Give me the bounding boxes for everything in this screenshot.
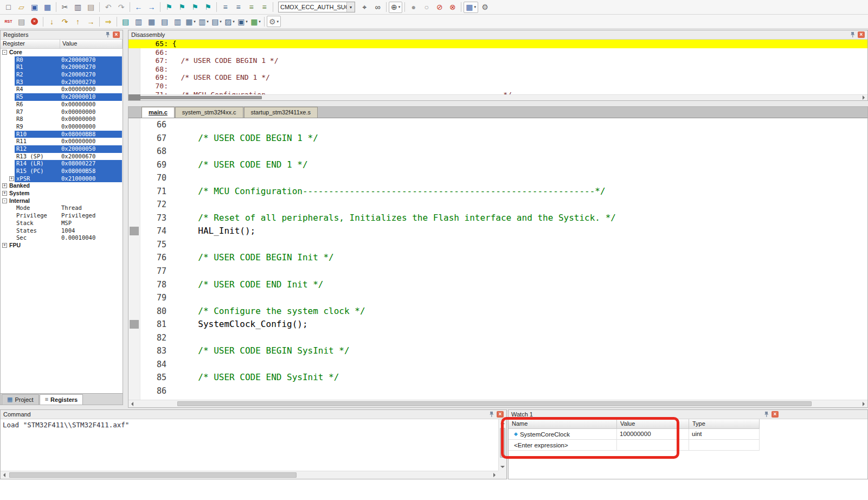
copy-button[interactable]: ▥: [72, 2, 84, 13]
chevron-down-icon[interactable]: ▾: [194, 20, 196, 24]
editor-line-75[interactable]: 75: [128, 238, 867, 252]
register-row-R10[interactable]: R100x08000BB8: [1, 131, 123, 138]
tab-startup_stm32f411xe-s[interactable]: startup_stm32f411xe.s: [244, 107, 318, 118]
watch-value-cell[interactable]: [617, 440, 689, 450]
editor-line-74[interactable]: 74 HAL_Init();: [128, 225, 867, 238]
register-row-xPSR[interactable]: +xPSR0x21000000: [1, 175, 123, 183]
close-icon[interactable]: ×: [113, 31, 120, 38]
zoom-button[interactable]: ⊕▾: [389, 2, 402, 13]
command-output[interactable]: Load "STM32F411\\STM32F411.axf": [1, 419, 498, 471]
registers-window-button[interactable]: ▤: [158, 16, 171, 27]
watch-value-cell[interactable]: 100000000: [617, 429, 689, 439]
scroll-right-arrow-icon[interactable]: [860, 95, 867, 100]
step-out-button[interactable]: ↑: [72, 16, 84, 27]
editor-line-69[interactable]: 69 /* USER CODE END 1 */: [128, 158, 867, 172]
tree-expander-icon[interactable]: +: [2, 191, 7, 196]
register-row-R12[interactable]: R120x20000050: [1, 145, 123, 153]
register-row-Privilege[interactable]: PrivilegePrivileged: [1, 212, 123, 220]
editor-line-67[interactable]: 67 /* USER CODE BEGIN 1 */: [128, 132, 867, 145]
editor-line-76[interactable]: 76 /* USER CODE BEGIN Init */: [128, 251, 867, 265]
disable-all-breakpoints-button[interactable]: ⊘: [433, 2, 446, 13]
disassembly-line[interactable]: 71: /* MCU Configuration----------------…: [128, 91, 867, 94]
editor-line-82[interactable]: 82: [128, 331, 867, 345]
bottom-tab-project[interactable]: ▦Project: [2, 394, 39, 405]
editor-body[interactable]: 6667 /* USER CODE BEGIN 1 */6869 /* USER…: [128, 118, 867, 400]
bottom-tab-registers[interactable]: ≡Registers: [40, 394, 83, 405]
watch-name-cell[interactable]: <Enter expression>: [509, 440, 617, 450]
disassembly-line[interactable]: 68:: [128, 65, 867, 74]
register-row-R6[interactable]: R60x00000000: [1, 101, 123, 108]
chevron-down-icon[interactable]: ▾: [259, 20, 261, 24]
find-text-combobox[interactable]: CMOX_ECC_AUTH_SUCCE▾: [278, 2, 355, 12]
register-row-R14-LR-[interactable]: R14 (LR)0x08000227: [1, 160, 123, 168]
register-row-R15-PC-[interactable]: R15 (PC)0x08000B58: [1, 168, 123, 175]
pin-icon[interactable]: [763, 411, 770, 418]
pin-icon[interactable]: [488, 411, 495, 418]
clear-bookmarks-button[interactable]: ⚑: [202, 2, 214, 13]
editor-line-68[interactable]: 68: [128, 145, 867, 158]
editor-line-83[interactable]: 83 /* USER CODE BEGIN SysInit */: [128, 344, 867, 358]
disable-breakpoint-button[interactable]: ○: [420, 2, 433, 13]
scrollbar-thumb[interactable]: [9, 472, 297, 478]
analysis-window-button[interactable]: ▨▾: [223, 16, 236, 27]
system-viewer-button[interactable]: ▦▾: [249, 16, 262, 27]
run-to-cursor-button[interactable]: →: [85, 16, 97, 27]
find-in-files-button[interactable]: ⌖: [358, 2, 371, 13]
register-column-header[interactable]: Register: [1, 40, 60, 48]
editor-line-85[interactable]: 85 /* USER CODE END SysInit */: [128, 371, 867, 384]
register-row-R3[interactable]: R30x20000270: [1, 79, 123, 86]
register-row-R13-SP-[interactable]: R13 (SP)0x20000670: [1, 153, 123, 161]
value-column-header[interactable]: Value: [60, 40, 123, 48]
disassembly-horizontal-scrollbar[interactable]: [128, 94, 867, 100]
toolbox-button[interactable]: ⚙▾: [267, 16, 281, 27]
register-row-Sec[interactable]: Sec0.00010040: [1, 234, 123, 242]
breakpoint-button[interactable]: ●: [407, 2, 420, 13]
editor-line-73[interactable]: 73 /* Reset of all peripherals, Initiali…: [128, 211, 867, 225]
editor-line-86[interactable]: 86: [128, 384, 867, 398]
tree-expander-icon[interactable]: +: [2, 183, 7, 188]
register-row-R11[interactable]: R110x00000000: [1, 138, 123, 145]
command-horizontal-scrollbar[interactable]: [1, 471, 498, 479]
tab-system_stm32f4xx-c[interactable]: system_stm32f4xx.c: [175, 107, 243, 118]
editor-line-84[interactable]: 84: [128, 358, 867, 371]
pin-icon[interactable]: [105, 31, 111, 38]
editor-line-80[interactable]: 80 /* Configure the system clock */: [128, 305, 867, 318]
chevron-down-icon[interactable]: ▾: [398, 5, 401, 9]
register-row-System[interactable]: +System: [1, 190, 123, 197]
scroll-down-arrow-icon[interactable]: [499, 463, 506, 471]
editor-line-72[interactable]: 72: [128, 198, 867, 211]
unindent-button[interactable]: ≡: [219, 2, 232, 13]
register-row-Core[interactable]: -Core: [1, 49, 123, 56]
symbol-window-button[interactable]: ▦: [145, 16, 158, 27]
scroll-right-arrow-icon[interactable]: [860, 400, 867, 407]
pin-icon[interactable]: [850, 31, 856, 38]
scrollbar-thumb[interactable]: [137, 96, 262, 99]
paste-button[interactable]: ▤: [85, 2, 97, 13]
tab-main-c[interactable]: main.c: [142, 107, 175, 118]
find-button[interactable]: ∞: [371, 2, 384, 13]
register-row-R9[interactable]: R90x00000000: [1, 123, 123, 131]
name-column-header[interactable]: Name: [509, 419, 617, 428]
scroll-up-arrow-icon[interactable]: [499, 419, 506, 427]
scroll-left-arrow-icon[interactable]: [128, 400, 136, 407]
command-window-button[interactable]: ▤: [119, 16, 132, 27]
watch-row-systemcoreclock[interactable]: ◆SystemCoreClock100000000uint: [509, 429, 760, 440]
step-over-button[interactable]: ↷: [59, 16, 71, 27]
chevron-down-icon[interactable]: ▾: [220, 20, 222, 24]
editor-line-66[interactable]: 66: [128, 118, 867, 132]
indent-button[interactable]: ≡: [232, 2, 245, 13]
editor-line-70[interactable]: 70: [128, 171, 867, 185]
new-file-button[interactable]: □: [2, 2, 15, 13]
register-row-Banked[interactable]: +Banked: [1, 182, 123, 190]
type-column-header[interactable]: Type: [689, 419, 760, 428]
undo-button[interactable]: ↶: [102, 2, 114, 13]
register-row-FPU[interactable]: +FPU: [1, 242, 123, 249]
memory-window-button[interactable]: ▥▾: [197, 16, 210, 27]
watch-window-button[interactable]: ▦▾: [184, 16, 197, 27]
close-icon[interactable]: ×: [858, 31, 865, 38]
disassembly-line[interactable]: 69: /* USER CODE END 1 */: [128, 73, 867, 82]
editor-horizontal-scrollbar[interactable]: [128, 400, 867, 407]
redo-button[interactable]: ↷: [115, 2, 127, 13]
editor-line-77[interactable]: 77: [128, 265, 867, 278]
trace-window-button[interactable]: ▣▾: [236, 16, 249, 27]
